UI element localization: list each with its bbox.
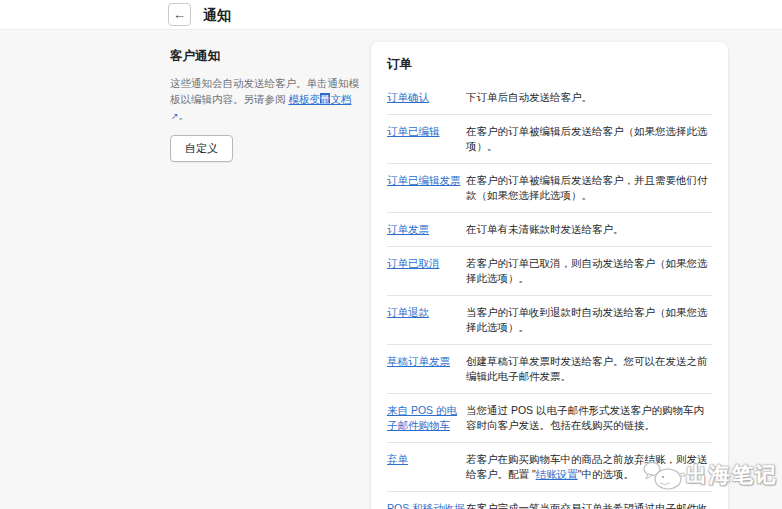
notification-link[interactable]: 订单退款: [387, 306, 429, 318]
notification-row-pos-email-cart: 来自 POS 的电子邮件购物车 当您通过 POS 以电子邮件形式发送客户的购物车…: [387, 394, 712, 443]
template-variables-doc-link[interactable]: 模板变量文档: [288, 93, 351, 105]
notifications-settings-page: ← 通知 客户通知 这些通知会自动发送给客户。单击通知模板以编辑内容。另请参阅 …: [0, 0, 782, 509]
topbar: [0, 0, 782, 30]
notification-description: 若客户的订单已取消，则自动发送给客户（如果您选择此选项）。: [466, 256, 712, 286]
notification-row-order-edited: 订单已编辑 在客户的订单被编辑后发送给客户（如果您选择此选项）。: [387, 115, 712, 164]
notification-row-order-invoice: 订单发票 在订单有未清账款时发送给客户。: [387, 213, 712, 247]
notification-row-draft-order-invoice: 草稿订单发票 创建草稿订单发票时发送给客户。您可以在发送之前编辑此电子邮件发票。: [387, 345, 712, 394]
notification-link[interactable]: 来自 POS 的电子邮件购物车: [387, 404, 457, 431]
notification-description: 当您通过 POS 以电子邮件形式发送客户的购物车内容时向客户发送。包括在线购买的…: [466, 403, 712, 433]
notification-row-order-confirmation: 订单确认 下订单后自动发送给客户。: [387, 81, 712, 115]
notification-row-pos-mobile-receipt: POS 和移动收据 在客户完成一笔当面交易订单并希望通过电子邮件收到收据时将发送…: [387, 492, 712, 509]
orders-card-title: 订单: [387, 56, 712, 73]
customer-notifications-section: 客户通知 这些通知会自动发送给客户。单击通知模板以编辑内容。另请参阅 模板变量文…: [170, 48, 366, 162]
notification-description: 在客户完成一笔当面交易订单并希望通过电子邮件收到收据时将发送给他们。: [466, 501, 712, 509]
description-suffix: 。: [179, 109, 190, 121]
customer-notifications-heading: 客户通知: [170, 48, 366, 65]
notification-description: 若客户在购买购物车中的商品之前放弃结账，则发送给客户。配置 "结账设置"中的选项…: [466, 452, 712, 482]
external-link-icon: ↗: [171, 111, 179, 121]
notification-link[interactable]: 订单发票: [387, 223, 429, 235]
orders-card: 订单 订单确认 下订单后自动发送给客户。 订单已编辑 在客户的订单被编辑后发送给…: [371, 42, 728, 509]
notification-description: 当客户的订单收到退款时自动发送给客户（如果您选择此选项）。: [466, 305, 712, 335]
notification-link[interactable]: 订单已编辑发票: [387, 174, 461, 186]
notification-description: 在客户的订单被编辑后发送给客户（如果您选择此选项）。: [466, 124, 712, 154]
notification-link[interactable]: 订单已编辑: [387, 125, 440, 137]
checkout-settings-link[interactable]: 结账设置: [536, 468, 578, 480]
notification-link[interactable]: 订单确认: [387, 91, 429, 103]
notification-description: 在订单有未清账款时发送给客户。: [466, 222, 712, 237]
notification-row-order-edited-invoice: 订单已编辑发票 在客户的订单被编辑后发送给客户，并且需要他们付款（如果您选择此选…: [387, 164, 712, 213]
notification-link[interactable]: 草稿订单发票: [387, 355, 450, 367]
customer-notifications-description: 这些通知会自动发送给客户。单击通知模板以编辑内容。另请参阅 模板变量文档↗。: [170, 75, 366, 124]
notification-link[interactable]: POS 和移动收据: [387, 502, 465, 509]
back-button[interactable]: ←: [168, 3, 191, 26]
page-title: 通知: [203, 7, 231, 25]
notification-link[interactable]: 弃单: [387, 453, 408, 465]
notification-row-abandoned-checkout: 弃单 若客户在购买购物车中的商品之前放弃结账，则发送给客户。配置 "结账设置"中…: [387, 443, 712, 492]
back-arrow-icon: ←: [173, 7, 186, 22]
notification-description: 在客户的订单被编辑后发送给客户，并且需要他们付款（如果您选择此选项）。: [466, 173, 712, 203]
notification-row-order-refund: 订单退款 当客户的订单收到退款时自动发送给客户（如果您选择此选项）。: [387, 296, 712, 345]
notification-description: 创建草稿订单发票时发送给客户。您可以在发送之前编辑此电子邮件发票。: [466, 354, 712, 384]
customize-button[interactable]: 自定义: [170, 135, 233, 162]
notification-link[interactable]: 订单已取消: [387, 257, 440, 269]
selected-character: 量: [320, 93, 331, 105]
notification-row-order-canceled: 订单已取消 若客户的订单已取消，则自动发送给客户（如果您选择此选项）。: [387, 247, 712, 296]
notification-description: 下订单后自动发送给客户。: [466, 90, 712, 105]
